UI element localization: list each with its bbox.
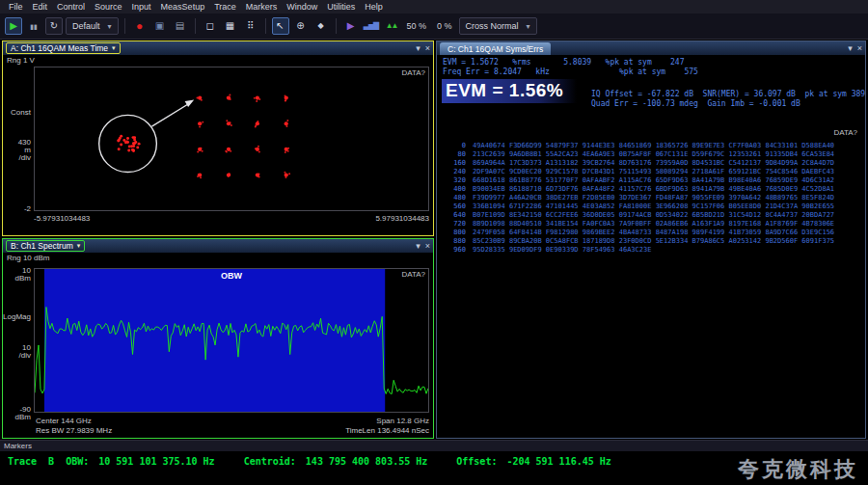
evm-summary-value: EVM = 1.56% <box>442 79 577 103</box>
panel-menu-icon[interactable]: ▾ <box>848 43 853 53</box>
symbol-row-index: 880 <box>441 237 466 246</box>
symbol-row-index: 560 <box>441 202 466 211</box>
y-axis-top-unit: dBm <box>3 274 31 283</box>
print-icon[interactable]: ▤ <box>172 17 189 35</box>
marker-tool-button[interactable]: ◆ <box>312 17 330 35</box>
symbol-row-hex: 95D28335 9ED09DF9 0E90339D 78F54963 46A3… <box>473 246 651 255</box>
data-flag: DATA? <box>833 128 857 137</box>
panel-c-title[interactable]: C: Ch1 16QAM Syms/Errs <box>440 42 551 55</box>
menu-item-markers[interactable]: Markers <box>241 1 283 13</box>
symbol-row-index: 480 <box>441 194 466 202</box>
symbol-row-hex: B07E109D 8E342150 6CC2FEE6 36D0DE05 0917… <box>473 211 834 220</box>
toolbar-separator <box>336 18 337 34</box>
play-button[interactable]: ▶ <box>5 17 22 35</box>
evm-stats-line-2: Freq Err = 8.2047 kHz %pk at sym 575 <box>443 67 698 76</box>
layout-grid-icon[interactable]: ▦ <box>222 17 239 35</box>
symbol-row-hex: 668D1618 861B8776 531770F7 0AFAABF2 A115… <box>473 176 834 185</box>
panel-menu-icon[interactable]: ▾ <box>416 241 420 251</box>
marker-obw-label: OBW: <box>66 456 89 467</box>
data-flag: DATA? <box>401 68 425 77</box>
panel-c-titlebar[interactable]: C: Ch1 16QAM Syms/Errs ▾ × <box>437 41 865 55</box>
evm-stats-line-4: Quad Err = -100.73 mdeg Gain Imb = -0.00… <box>591 99 800 108</box>
record-button[interactable]: ● <box>131 17 149 35</box>
panel-menu-icon[interactable]: ▾ <box>416 43 420 53</box>
range-label: Rng 10 dBm <box>7 254 49 262</box>
constellation-plot[interactable]: DATA? <box>34 67 429 211</box>
symbol-row-hex: 2479F058 64F8414B F9812980 9869BEE2 4BA4… <box>473 229 834 237</box>
panel-a-titlebar[interactable]: A: Ch1 16QAM Meas Time ▾ ▾ × <box>3 41 433 55</box>
close-icon[interactable]: × <box>425 43 430 53</box>
layout-dots-icon[interactable]: ⠿ <box>242 17 259 35</box>
symbol-table-row: 640 B07E109D 8E342150 6CC2FEE6 36D0DE05 … <box>441 211 863 220</box>
capture-icon[interactable]: ▣ <box>151 17 169 35</box>
percent-readout-1: 50 % <box>403 21 431 31</box>
time-length-label: TimeLen 136.4944 nSec <box>345 426 429 435</box>
levels-icon[interactable]: ▃▅▇ <box>363 17 380 35</box>
res-bw-label: Res BW 27.9839 MHz <box>36 426 112 435</box>
symbol-row-index: 320 <box>441 176 466 185</box>
symbol-table-row: 240 2DF9A07C 9CD0EC20 929C1578 D7CB43D1 … <box>441 168 863 176</box>
constellation-graphic <box>35 67 428 210</box>
spectrum-graphic <box>35 269 428 412</box>
cross-mode-label: Cross Normal <box>466 21 519 31</box>
panel-spectrum: B: Ch1 Spectrum ▾ ▾ × Rng 10 dBm 10 dBm … <box>2 238 434 439</box>
markers-section-header[interactable]: Markers <box>0 440 868 451</box>
menu-item-trace[interactable]: Trace <box>209 1 241 13</box>
symbol-table-row: 880 85C230B9 89CBA20B 0C5A8FCB 187189D8 … <box>441 237 863 246</box>
preset-dropdown-label: Default <box>72 21 100 31</box>
panel-syms-errs: C: Ch1 16QAM Syms/Errs ▾ × EVM = 1.5672 … <box>436 40 866 439</box>
toolbar-separator <box>265 18 266 34</box>
cross-mode-dropdown[interactable]: Cross Normal ▾ <box>459 17 537 35</box>
chevron-down-icon: ▾ <box>527 22 530 31</box>
chevron-down-icon: ▾ <box>108 22 112 31</box>
symbol-table-row: 320 668D1618 861B8776 531770F7 0AFAABF2 … <box>441 176 863 185</box>
y-axis-format-label: Const <box>3 108 31 117</box>
menu-item-edit[interactable]: Edit <box>28 1 53 13</box>
menu-item-utilities[interactable]: Utilities <box>322 1 360 13</box>
close-icon[interactable]: × <box>425 241 430 251</box>
x-axis-right-value: 5.97931034483 <box>375 214 429 223</box>
layout-single-icon[interactable]: ◻ <box>202 17 219 35</box>
menu-item-help[interactable]: Help <box>360 1 388 13</box>
menu-item-source[interactable]: Source <box>90 1 127 13</box>
y-scale-per-div: /div <box>3 153 31 162</box>
symbol-row-index: 960 <box>441 246 466 255</box>
evm-stats-line-3: IQ Offset = -67.822 dB SNR(MER) = 36.097… <box>591 90 865 98</box>
source-play-icon[interactable]: ▶ <box>342 17 360 35</box>
toolbar-separator <box>124 18 125 34</box>
span-label: Span 12.8 GHz <box>376 417 429 425</box>
menu-item-input[interactable]: Input <box>127 1 156 13</box>
panel-a-content: Rng 1 V Const 430 m /div -2 DATA? -5.979… <box>3 55 433 235</box>
symbol-table-row: 80 213C2639 9A6DB8B1 55A2CA23 4EA6A9E3 0… <box>441 150 863 159</box>
symbol-table-row: 800 2479F058 64F8414B F9812980 9869BEE2 … <box>441 229 863 237</box>
panel-b-title[interactable]: B: Ch1 Spectrum ▾ <box>6 240 85 252</box>
spectrum-plot[interactable]: OBW DATA? <box>34 268 429 413</box>
mountains-icon[interactable]: ▲▲ <box>383 17 400 35</box>
close-icon[interactable]: × <box>857 43 862 53</box>
marker-readout-line: Trace B OBW: 10 591 101 375.10 Hz Centro… <box>8 456 611 467</box>
pause-button[interactable]: ▮▮ <box>25 17 42 35</box>
y-axis-bottom-value: -2 <box>3 204 31 213</box>
symbol-table-row: 960 95D28335 9ED09DF9 0E90339D 78F54963 … <box>441 246 863 255</box>
panel-c-content: EVM = 1.5672 %rms 5.8039 %pk at sym 247 … <box>437 55 865 438</box>
symbol-row-hex: 869A964A 17C3D373 A1313182 39CB2764 8D76… <box>473 159 834 168</box>
menu-item-meassetup[interactable]: MeasSetup <box>156 1 210 13</box>
symbol-row-index: 640 <box>441 211 466 220</box>
chevron-down-icon: ▾ <box>112 44 116 52</box>
marker-obw-value: 10 591 101 375.10 Hz <box>98 456 214 467</box>
panel-a-title[interactable]: A: Ch1 16QAM Meas Time ▾ <box>6 42 121 54</box>
symbol-row-hex: 2DF9A07C 9CD0EC20 929C1578 D7CB43D1 7511… <box>473 168 834 176</box>
menu-item-window[interactable]: Window <box>282 1 322 13</box>
restart-button[interactable]: ↻ <box>45 17 63 35</box>
menu-item-control[interactable]: Control <box>52 1 90 13</box>
pointer-tool-button[interactable]: ↖ <box>272 17 289 35</box>
zoom-tool-button[interactable]: ⊕ <box>292 17 310 35</box>
menu-item-file[interactable]: File <box>4 1 28 13</box>
range-label: Rng 1 V <box>7 56 35 65</box>
toolbar: ▶ ▮▮ ↻ Default ▾ ● ▣ ▤ ◻ ▦ ⠿ ↖ ⊕ ◆ ▶ ▃▅▇… <box>0 13 868 40</box>
preset-dropdown[interactable]: Default ▾ <box>66 17 119 35</box>
panel-b-titlebar[interactable]: B: Ch1 Spectrum ▾ ▾ × <box>3 239 433 253</box>
y-axis-format-label: LogMag <box>3 312 31 321</box>
panel-a-title-label: A: Ch1 16QAM Meas Time <box>11 43 108 53</box>
symbol-row-index: 0 <box>441 142 466 150</box>
